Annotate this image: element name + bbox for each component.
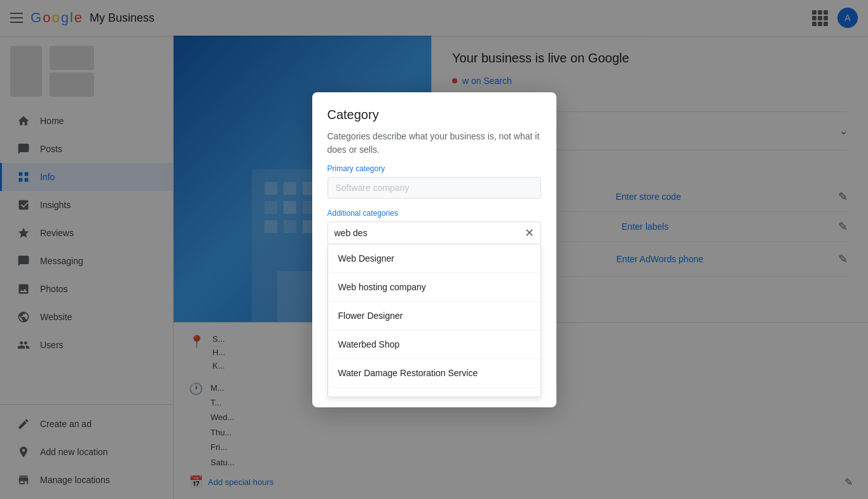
category-dropdown: Web Designer Web hosting company Flower … [327,244,541,397]
modal-description: Categories describe what your business i… [327,130,541,157]
category-modal: Category Categories describe what your b… [312,92,556,407]
dropdown-item-herbal-medicine[interactable]: Herbal Medicine Shop [328,388,541,397]
dropdown-item-web-hosting[interactable]: Web hosting company [328,273,541,302]
primary-category-label: Primary category [327,164,541,173]
category-search-input[interactable] [334,228,525,238]
additional-categories-label: Additional categories [327,209,541,218]
dropdown-item-waterbed-shop[interactable]: Waterbed Shop [328,330,541,359]
primary-category-value: Software company [327,177,541,199]
dropdown-item-water-damage[interactable]: Water Damage Restoration Service [328,359,541,388]
modal-overlay: Category Categories describe what your b… [0,0,868,499]
dropdown-item-web-designer[interactable]: Web Designer [328,244,541,273]
dropdown-item-flower-designer[interactable]: Flower Designer [328,302,541,330]
category-search-row: ✕ [327,221,541,244]
clear-search-icon[interactable]: ✕ [525,226,534,240]
modal-title: Category [327,108,541,122]
